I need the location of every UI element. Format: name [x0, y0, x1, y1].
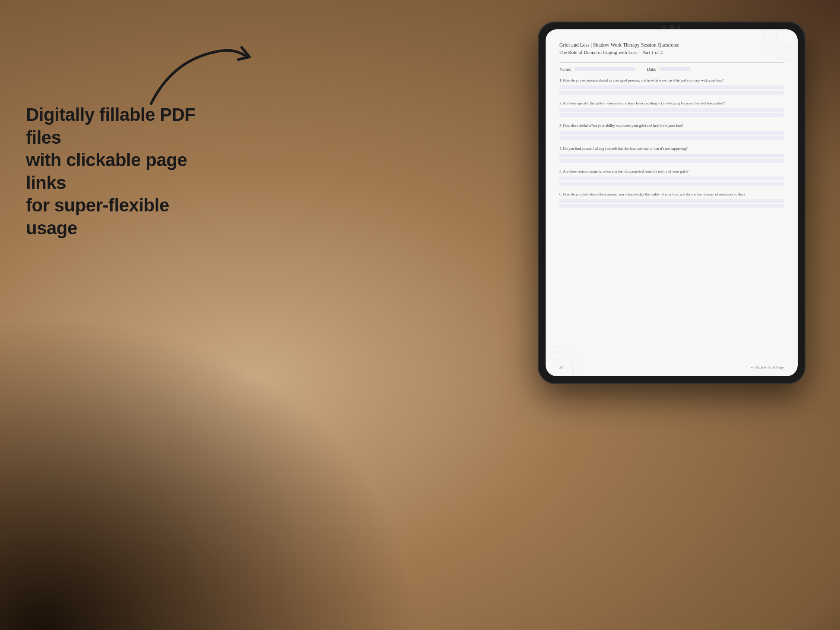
q1-line-1[interactable] — [559, 85, 784, 89]
q6-line-1[interactable] — [559, 199, 784, 203]
question-2: 2. Are there specific thoughts or emotio… — [559, 101, 784, 117]
question-3-text: 3. How does denial affect your ability t… — [559, 123, 784, 129]
q3-line-1[interactable] — [559, 131, 784, 135]
name-label: Name: — [559, 67, 571, 72]
tagline-text: Digitally fillable PDF files with clicka… — [26, 104, 207, 239]
q3-number: 3. — [559, 123, 563, 128]
q6-answer-lines — [559, 199, 784, 208]
camera-dot-2 — [677, 25, 681, 29]
q1-line-2[interactable] — [559, 91, 784, 94]
name-date-row: Name: Date: — [559, 67, 784, 72]
q5-answer-lines — [559, 176, 784, 186]
question-6-text: 6. How do you feel when others around yo… — [559, 192, 784, 197]
q3-answer-lines — [559, 131, 784, 140]
q6-line-2[interactable] — [559, 204, 784, 208]
q5-line-2[interactable] — [559, 182, 784, 186]
q2-number: 2. — [559, 101, 563, 105]
q4-body: Do you find yourself telling yourself th… — [563, 146, 688, 151]
q2-line-1[interactable] — [559, 108, 784, 112]
question-1-text: 1. How do you experience denial in your … — [559, 78, 784, 83]
tablet-device: Grief and Loss | Shadow Work Therapy Ses… — [538, 22, 805, 384]
q4-number: 4. — [559, 146, 563, 151]
q1-number: 1. — [559, 78, 563, 82]
question-5-text: 5. Are there certain moments when you fe… — [559, 169, 784, 174]
pdf-footer: 20 ← Back to First Page — [559, 365, 784, 369]
tablet-camera — [663, 25, 681, 29]
date-label: Date: — [647, 67, 657, 72]
camera-dot-1 — [663, 25, 666, 29]
q1-answer-lines — [559, 85, 784, 94]
title-divider — [559, 62, 784, 63]
question-2-text: 2. Are there specific thoughts or emotio… — [559, 101, 784, 106]
pdf-title: Grief and Loss | Shadow Work Therapy Ses… — [559, 41, 784, 56]
q5-body: Are there certain moments when you feel … — [563, 169, 688, 173]
question-6: 6. How do you feel when others around yo… — [559, 192, 784, 208]
q6-number: 6. — [559, 192, 563, 196]
question-1: 1. How do you experience denial in your … — [559, 78, 784, 94]
q6-body: How do you feel when others around you a… — [563, 192, 745, 196]
pdf-title-line1: Grief and Loss | Shadow Work Therapy Ses… — [559, 41, 784, 49]
camera-lens — [669, 25, 674, 29]
question-4: 4. Do you find yourself telling yourself… — [559, 146, 784, 163]
tablet-shell: Grief and Loss | Shadow Work Therapy Ses… — [538, 22, 805, 384]
pdf-title-line2: The Role of Denial in Coping with Loss –… — [559, 49, 784, 56]
q5-line-1[interactable] — [559, 176, 784, 180]
pdf-content: Grief and Loss | Shadow Work Therapy Ses… — [546, 29, 798, 376]
question-4-text: 4. Do you find yourself telling yourself… — [559, 146, 784, 151]
question-5: 5. Are there certain moments when you fe… — [559, 169, 784, 186]
q2-body: Are there specific thoughts or emotions … — [563, 101, 725, 105]
left-panel: Digitally fillable PDF files with clicka… — [26, 104, 207, 239]
q2-answer-lines — [559, 108, 784, 117]
q1-body: How do you experience denial in your gri… — [563, 78, 724, 82]
q2-line-2[interactable] — [559, 113, 784, 117]
q4-line-2[interactable] — [559, 159, 784, 163]
question-3: 3. How does denial affect your ability t… — [559, 123, 784, 140]
tablet-screen: Grief and Loss | Shadow Work Therapy Ses… — [546, 29, 798, 376]
q3-line-2[interactable] — [559, 136, 784, 140]
name-field[interactable] — [575, 67, 635, 71]
q5-number: 5. — [559, 169, 563, 173]
q4-line-1[interactable] — [559, 154, 784, 158]
q3-body: How does denial affect your ability to p… — [563, 123, 683, 128]
back-to-first-link[interactable]: ← Back to First Page — [751, 365, 784, 369]
page-number: 20 — [559, 365, 563, 369]
arrow-decoration — [138, 35, 259, 114]
q4-answer-lines — [559, 154, 784, 163]
date-field[interactable] — [660, 67, 690, 71]
